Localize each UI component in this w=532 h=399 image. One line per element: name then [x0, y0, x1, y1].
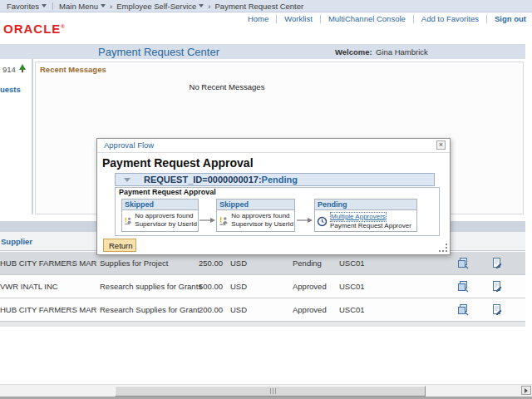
nav-link-add-to-favorites[interactable]: Add to Favorites	[420, 14, 480, 23]
arrow-right-icon	[525, 388, 528, 393]
nav-link-multichannel-console[interactable]: MultiChannel Console	[327, 14, 407, 23]
cell-amount: 200.00	[175, 298, 223, 321]
stage-details: No approvers found Supervisor by UserId	[135, 212, 197, 229]
stage-status: Skipped	[217, 200, 294, 210]
edit-request-icon[interactable]	[490, 280, 503, 293]
close-icon[interactable]: ×	[436, 140, 446, 150]
separator	[486, 15, 487, 23]
request-id-text: REQUEST_ID=0000000017	[144, 175, 259, 185]
flow-arrow-icon	[200, 212, 215, 219]
cell-business-unit: USC01	[339, 252, 365, 274]
stage-details: Multiple Approvers Payment Request Appro…	[330, 212, 411, 230]
table-row: HUB CITY FARMERS MARKET/ Supplies for Pr…	[0, 252, 525, 275]
cell-supplier: HUB CITY FARMERS MARKET/	[0, 252, 97, 274]
cell-status: Pending	[293, 252, 322, 274]
table-row: VWR INATL INC Research supplies for Gran…	[0, 275, 525, 298]
top-nav-links: Home Worklist MultiChannel Console Add t…	[246, 14, 528, 23]
breadcrumb-item-payment-request-center: Payment Request Center	[215, 2, 304, 11]
user-warning-icon	[219, 215, 229, 226]
approval-path-groupbox: Payment Request Approval Skipped No appr…	[115, 187, 440, 236]
nav-link-home[interactable]: Home	[246, 14, 270, 23]
breadcrumb-separator: ›	[208, 2, 210, 11]
clock-icon	[317, 216, 328, 227]
request-status: Pending	[262, 175, 298, 185]
approval-stage-3: Pending Multiple Approvers Payment Reque…	[314, 199, 417, 232]
groupbox-label: Payment Request Approval	[119, 188, 216, 196]
stage-line2: Payment Request Approver	[330, 222, 411, 229]
breadcrumb-item-employee-self-service[interactable]: Employee Self-Service	[116, 2, 204, 11]
grid-footer-strip	[0, 322, 525, 327]
collapse-triangle-icon[interactable]	[124, 178, 131, 182]
stage-status: Skipped	[122, 200, 198, 210]
modal-title: Approval Flow	[104, 140, 154, 150]
modal-heading: Payment Request Approval	[102, 156, 254, 170]
breadcrumb-label: Payment Request Center	[215, 2, 304, 11]
column-header-supplier[interactable]: Supplier	[1, 237, 32, 246]
cell-currency: USD	[230, 298, 247, 321]
approval-history-icon[interactable]	[456, 257, 469, 269]
cell-currency: USD	[230, 275, 247, 298]
scrollbar-thumb[interactable]	[115, 386, 426, 397]
page-title: Payment Request Center	[98, 46, 219, 58]
stage-line2: Supervisor by UserId	[135, 220, 197, 228]
separator	[320, 15, 321, 23]
stage-line2: Supervisor by UserId	[231, 220, 293, 228]
cell-status: Approved	[293, 298, 327, 321]
stage-status: Pending	[315, 200, 416, 210]
user-name: Gina Hambrick	[376, 47, 428, 57]
approval-stage-2: Skipped No approvers found Supervisor by…	[216, 199, 295, 232]
nav-link-worklist[interactable]: Worklist	[283, 14, 314, 23]
approval-stage-1: Skipped No approvers found Supervisor by…	[121, 199, 199, 232]
sign-out-link[interactable]: Sign out	[493, 14, 528, 23]
payment-request-center-screen: Favorites Main Menu › Employee Self-Serv…	[0, 0, 532, 399]
breadcrumb: Favorites Main Menu › Employee Self-Serv…	[0, 0, 532, 12]
favorites-menu[interactable]: Favorites	[7, 2, 47, 11]
cell-business-unit: USC01	[339, 298, 365, 321]
cell-currency: USD	[230, 252, 247, 274]
approval-history-icon[interactable]	[456, 303, 469, 316]
stage-line1: No approvers found	[231, 212, 289, 219]
approval-history-icon[interactable]	[456, 280, 469, 293]
no-recent-messages-text: No Recent Messages	[36, 82, 418, 91]
separator	[276, 15, 277, 23]
main-menu[interactable]: Main Menu	[59, 2, 106, 11]
separator	[52, 2, 53, 10]
multiple-approvers-link[interactable]: Multiple Approvers	[330, 212, 387, 222]
approval-flow-modal: Approval Flow × Payment Request Approval…	[96, 138, 451, 255]
recent-messages-title: Recent Messages	[40, 65, 106, 74]
breadcrumb-separator: ›	[110, 2, 112, 11]
request-id-bar: REQUEST_ID=0000000017:Pending	[115, 173, 435, 186]
cell-business-unit: USC01	[339, 275, 365, 298]
chevron-down-icon	[199, 4, 204, 7]
welcome-label: Welcome:	[335, 47, 372, 57]
return-button[interactable]: Return	[103, 239, 136, 252]
scroll-right-button[interactable]	[521, 386, 531, 395]
cell-supplier: VWR INATL INC	[0, 275, 97, 298]
scrollbar-grip-icon	[270, 388, 276, 394]
registered-mark: ®	[61, 24, 65, 29]
cell-amount: 500.00	[175, 275, 223, 298]
chevron-down-icon	[101, 4, 106, 7]
top-band: Home Worklist MultiChannel Console Add t…	[0, 13, 532, 43]
green-tree-icon	[18, 64, 27, 74]
favorites-label: Favorites	[7, 2, 39, 11]
horizontal-scrollbar[interactable]	[0, 384, 532, 397]
cell-status: Approved	[293, 275, 327, 298]
table-row: HUB CITY FARMERS MARKET/ Research Suppli…	[0, 298, 525, 322]
sidebar-item-count: 914	[2, 64, 27, 74]
left-sidebar: 914 uests	[0, 59, 33, 214]
resize-grip[interactable]	[439, 244, 447, 252]
chevron-down-icon	[42, 4, 47, 7]
separator	[413, 15, 414, 23]
edit-request-icon[interactable]	[490, 303, 503, 316]
main-menu-label: Main Menu	[59, 2, 98, 11]
user-warning-icon	[124, 215, 132, 226]
edit-request-icon[interactable]	[490, 257, 503, 269]
modal-title-bar[interactable]: Approval Flow ×	[97, 139, 450, 153]
cell-amount: 250.00	[175, 252, 223, 274]
stage-details: No approvers found Supervisor by UserId	[231, 212, 293, 229]
cell-supplier: HUB CITY FARMERS MARKET/	[0, 298, 97, 321]
sidebar-item-requests[interactable]: uests	[0, 85, 21, 94]
page-header-bar: Payment Request Center Welcome: Gina Ham…	[0, 44, 525, 59]
breadcrumb-label: Employee Self-Service	[116, 2, 196, 11]
